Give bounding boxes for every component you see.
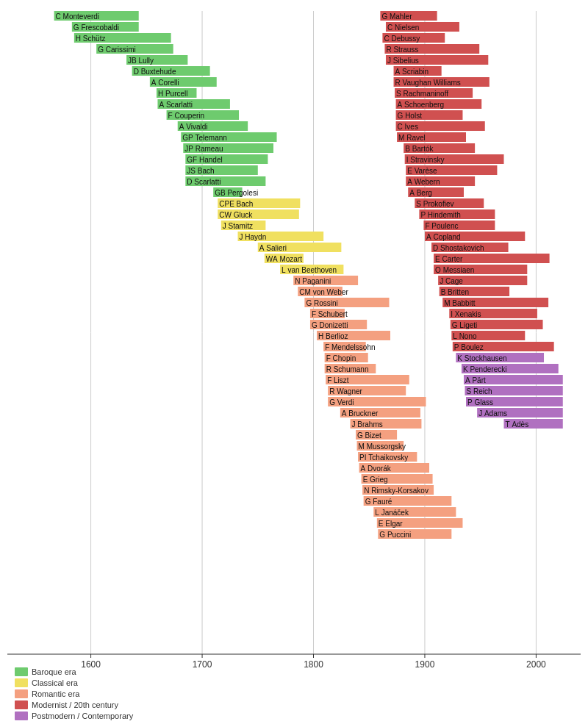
- legend-label-romantic: Romantic era: [32, 689, 79, 698]
- chart-area: [7, 7, 581, 680]
- legend-item-romantic: Romantic era: [15, 689, 133, 698]
- legend-color-classical: [15, 678, 28, 687]
- legend-color-postmodern: [15, 712, 28, 720]
- chart-canvas: [7, 7, 581, 680]
- legend-item-baroque: Baroque era: [15, 667, 133, 676]
- chart-container: Baroque era Classical era Romantic era M…: [0, 0, 588, 724]
- legend-color-modernist: [15, 700, 28, 709]
- legend-label-modernist: Modernist / 20th century: [32, 700, 118, 709]
- legend-color-baroque: [15, 667, 28, 676]
- legend-item-postmodern: Postmodern / Contemporary: [15, 712, 133, 720]
- legend-label-baroque: Baroque era: [32, 667, 76, 676]
- legend-label-classical: Classical era: [32, 678, 78, 687]
- legend-label-postmodern: Postmodern / Contemporary: [32, 712, 133, 720]
- legend-color-romantic: [15, 689, 28, 698]
- legend-item-classical: Classical era: [15, 678, 133, 687]
- legend-item-modernist: Modernist / 20th century: [15, 700, 133, 709]
- legend: Baroque era Classical era Romantic era M…: [15, 667, 133, 720]
